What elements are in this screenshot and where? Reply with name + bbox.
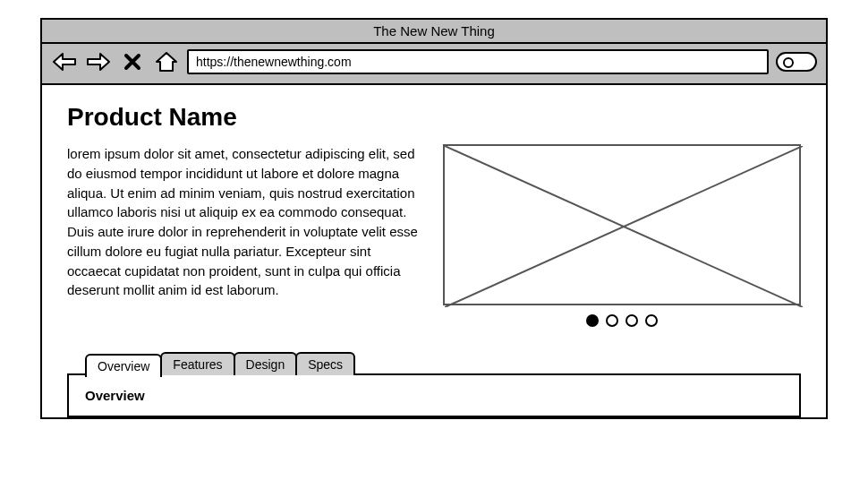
home-icon[interactable]: [153, 50, 180, 73]
hero-media: [443, 144, 801, 327]
carousel-dot-1[interactable]: [586, 314, 599, 327]
url-bar[interactable]: https://thenewnewthing.com: [187, 49, 769, 74]
tab-features[interactable]: Features: [160, 352, 234, 375]
hero-section: lorem ipsum dolor sit amet, consectetur …: [67, 144, 801, 327]
browser-toolbar: https://thenewnewthing.com: [42, 44, 826, 85]
carousel-dot-4[interactable]: [645, 314, 658, 327]
page-title: Product Name: [67, 103, 801, 132]
browser-window: The New New Thing https://thenewnewthing…: [40, 18, 828, 419]
forward-arrow-icon[interactable]: [85, 50, 112, 73]
window-title: The New New Thing: [42, 20, 826, 44]
carousel-dot-3[interactable]: [625, 314, 638, 327]
page-content: Product Name lorem ipsum dolor sit amet,…: [42, 85, 826, 417]
stop-icon[interactable]: [119, 50, 146, 73]
tab-design[interactable]: Design: [234, 352, 298, 375]
hero-description: lorem ipsum dolor sit amet, consectetur …: [67, 144, 421, 300]
tab-specs[interactable]: Specs: [295, 352, 355, 375]
tab-panel: Overview: [67, 373, 801, 417]
tab-overview[interactable]: Overview: [85, 354, 162, 377]
carousel-dot-2[interactable]: [606, 314, 618, 327]
tabstrip: Overview Features Design Specs: [85, 352, 801, 375]
tab-panel-heading: Overview: [85, 388, 783, 403]
search-icon[interactable]: [776, 52, 817, 72]
carousel-pagination: [586, 314, 658, 327]
back-arrow-icon[interactable]: [51, 50, 78, 73]
image-placeholder-icon: [443, 144, 801, 305]
tabs-region: Overview Features Design Specs Overview: [67, 352, 801, 417]
url-text: https://thenewnewthing.com: [196, 55, 352, 69]
